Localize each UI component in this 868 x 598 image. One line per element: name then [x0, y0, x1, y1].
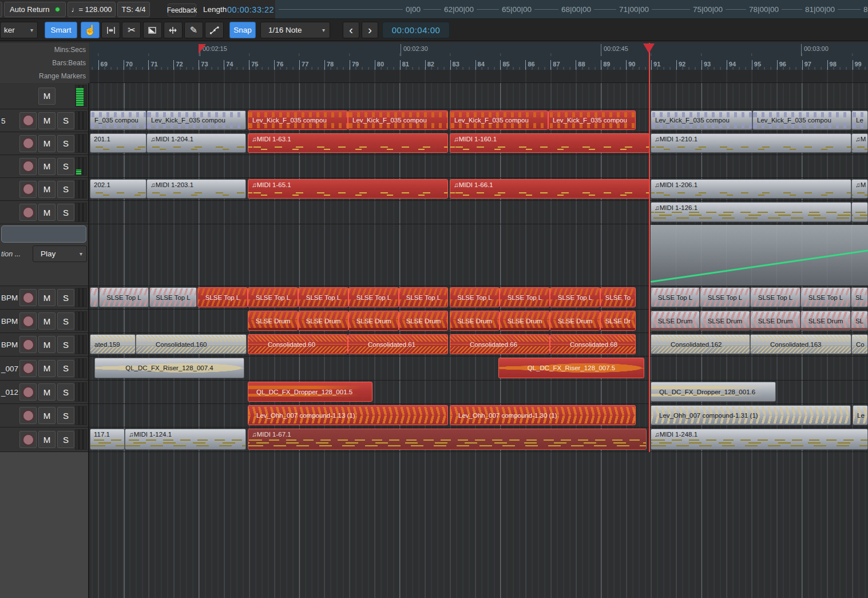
mute-button[interactable]: M	[38, 158, 56, 175]
mute-button[interactable]: M	[38, 407, 56, 424]
clip[interactable]: SLSE Top L	[348, 287, 399, 307]
mute-button[interactable]: M	[38, 289, 56, 306]
tempo-display[interactable]: ♩= 128.000	[68, 2, 116, 17]
record-arm-button[interactable]	[19, 204, 37, 221]
clip[interactable]: QL_DC_FX_Dropper_128_001.5	[248, 382, 372, 402]
track-lane[interactable]: SLSE DrumSLSE DrumSLSE DrumSLSE DrumSLSE…	[90, 310, 868, 332]
hand-tool-button[interactable]: ☝	[81, 22, 100, 38]
clip[interactable]: SLSE Top L	[651, 287, 700, 307]
clip[interactable]: Consolidated.60	[248, 334, 348, 354]
clip[interactable]: Lev_Kick_F_035 compou	[146, 110, 246, 130]
track-lane[interactable]: ated.159Consolidated.160Consolidated.60C…	[90, 333, 868, 356]
record-arm-button[interactable]	[19, 336, 37, 353]
clip[interactable]: SLSE Top L	[500, 287, 550, 307]
record-arm-button[interactable]	[19, 289, 37, 306]
clip[interactable]: Lev_Ohh_007 compound-1.30 (1)	[450, 405, 636, 425]
clip[interactable]	[90, 287, 98, 307]
clip[interactable]: SLSE Drum	[348, 311, 399, 331]
track-lane[interactable]: SLSE Top LSLSE Top LSLSE Top LSLSE Top L…	[90, 286, 868, 309]
clip[interactable]: Consolidated.68	[550, 334, 636, 354]
snap-toggle-button[interactable]: Snap	[229, 22, 256, 38]
clip[interactable]: SLSE Drum	[399, 311, 448, 331]
clip[interactable]: SLSE Top L	[450, 287, 500, 307]
clip[interactable]: QL_DC_FX_Riser_128_007.5	[498, 358, 644, 378]
grid-resolution-dropdown[interactable]: 1/16 Note ▾	[260, 22, 330, 38]
clip[interactable]: SLSE Drum	[500, 311, 550, 331]
clip[interactable]: SLSE Drum	[651, 311, 700, 331]
clip[interactable]: Le	[851, 110, 868, 130]
track-lane[interactable]	[90, 224, 868, 286]
clip[interactable]: SLSE Top L	[149, 287, 197, 307]
solo-button[interactable]: S	[57, 135, 74, 152]
arrangement-empty-area[interactable]	[90, 452, 868, 598]
pencil-tool-button[interactable]: ✎	[184, 22, 203, 38]
clip[interactable]: ♫MIDI 1-63.1	[248, 133, 448, 153]
clip[interactable]: Consolidated.163	[750, 334, 851, 354]
clip[interactable]: Lev_Ohh_007 compound-1.13 (1)	[248, 405, 448, 425]
record-arm-button[interactable]	[19, 360, 37, 377]
automation-name-field[interactable]	[1, 225, 86, 243]
clip[interactable]	[851, 202, 868, 222]
overview-timeline[interactable]: 0|0062|00|0065|00|0068|00|0071|00|0075|0…	[275, 0, 868, 19]
clip[interactable]: QL_DC_FX_Riser_128_007.4	[94, 358, 244, 378]
clip[interactable]: ♫MIDI 1-206.1	[651, 179, 851, 199]
marker-dropdown[interactable]: ker ▾	[0, 22, 38, 38]
clip[interactable]: ♫MIDI 1-203.1	[146, 179, 246, 199]
mute-button[interactable]: M	[38, 312, 56, 330]
track-lane[interactable]: 117.1♫MIDI 1-124.1♫MIDI 1-67.1♫MIDI 1-24…	[90, 427, 868, 452]
clip[interactable]: SLSE Top L	[800, 287, 851, 307]
clip[interactable]: F_035 compou	[90, 110, 146, 130]
clip[interactable]: Consolidated.162	[651, 334, 750, 354]
feedback-button[interactable]: Feedback	[168, 3, 196, 17]
barsbeats-ruler[interactable]: 6970717273747576777879808182838485868788…	[90, 56, 868, 70]
clip[interactable]: SLSE Top L	[298, 287, 348, 307]
track-lane[interactable]: QL_DC_FX_Dropper_128_001.5QL_DC_FX_Dropp…	[90, 381, 868, 403]
solo-button[interactable]: S	[57, 181, 74, 198]
track-lane[interactable]: ♫MIDI 1-126.1	[90, 201, 868, 224]
record-arm-button[interactable]	[19, 383, 37, 401]
nudge-time-display[interactable]: 00:00:04:00	[382, 22, 450, 38]
move-tool-button[interactable]	[164, 22, 183, 38]
clip[interactable]: SL	[851, 311, 868, 331]
clip[interactable]: SLSE Drum	[298, 311, 348, 331]
clip[interactable]: SLSE Top L	[197, 287, 248, 307]
clip[interactable]: ♫MIDI 1-67.1	[248, 429, 647, 450]
clip[interactable]: Co	[851, 334, 868, 354]
clip[interactable]: ♫MIDI 1-210.1	[651, 133, 851, 153]
clip[interactable]: SLSE To	[600, 287, 636, 307]
clip[interactable]: ♫MIDI 1-248.1	[651, 429, 868, 450]
clip[interactable]: ♫MIDI 1-160.1	[450, 133, 649, 153]
nudge-right-button[interactable]: ›	[362, 22, 378, 38]
mute-button[interactable]: M	[38, 431, 56, 448]
record-arm-button[interactable]	[19, 158, 37, 175]
automation-region[interactable]	[651, 225, 868, 286]
track-lane[interactable]	[90, 155, 868, 177]
clip[interactable]: Lev_Ohh_007 compound-1.31 (1)	[651, 405, 851, 425]
clip[interactable]: Lev_Kick_F_035 compou	[752, 110, 851, 130]
clip[interactable]: 202.1	[90, 179, 146, 199]
solo-button[interactable]: S	[57, 336, 74, 353]
clip[interactable]: ♫MIDI 1-66.1	[450, 179, 649, 199]
clip[interactable]: Lev_Kick_F_035 compou	[248, 110, 348, 130]
track-lane[interactable]: F_035 compouLev_Kick_F_035 compouLev_Kic…	[90, 109, 868, 132]
clip[interactable]: Le	[853, 405, 868, 425]
clip[interactable]: 117.1	[90, 429, 125, 450]
mute-button[interactable]: M	[38, 112, 56, 129]
record-arm-button[interactable]	[19, 407, 37, 424]
clip[interactable]: SLSE Drum	[700, 311, 750, 331]
mute-button[interactable]: M	[38, 360, 56, 377]
solo-button[interactable]: S	[57, 383, 74, 401]
trim-tool-button[interactable]	[101, 22, 120, 38]
record-arm-button[interactable]	[19, 312, 37, 330]
clip[interactable]: SLSE Top L	[550, 287, 600, 307]
mute-button[interactable]: M	[38, 181, 56, 198]
automation-curve[interactable]	[651, 250, 868, 283]
clip[interactable]: Lev_Kick_F_035 compou	[548, 110, 636, 130]
record-arm-button[interactable]	[19, 112, 37, 129]
clip[interactable]: SLSE Drum	[248, 311, 298, 331]
clip[interactable]: 201.1	[90, 133, 146, 153]
clip[interactable]: SL	[851, 287, 868, 307]
clip[interactable]: Lev_Kick_F_035 compou	[450, 110, 548, 130]
clip[interactable]: ated.159	[90, 334, 136, 354]
mute-button[interactable]: M	[38, 204, 56, 221]
